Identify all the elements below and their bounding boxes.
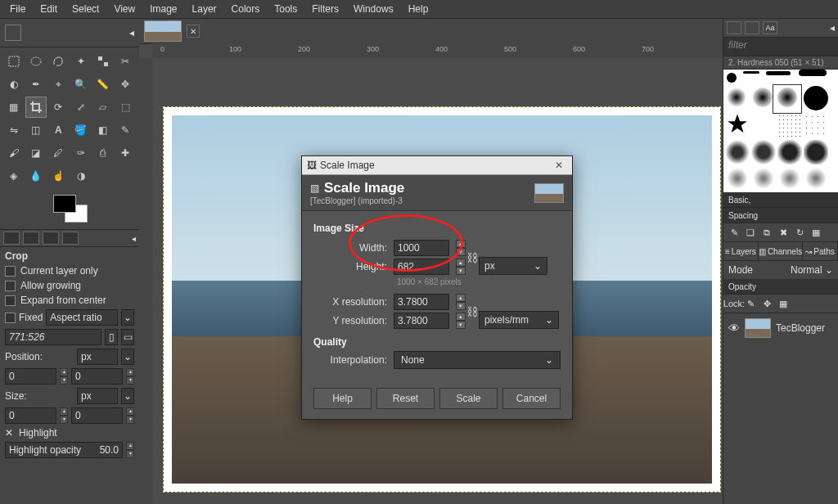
cancel-button[interactable]: Cancel bbox=[502, 388, 561, 409]
open-as-image-icon[interactable]: ▦ bbox=[810, 227, 822, 238]
chevron-down-icon[interactable]: ⌄ bbox=[121, 309, 134, 326]
tool-blur[interactable]: 💧 bbox=[25, 165, 46, 187]
menu-image[interactable]: Image bbox=[143, 1, 183, 17]
spin-up-icon[interactable]: ▴ bbox=[60, 407, 68, 416]
dock-tab-fonts-icon[interactable]: Aa bbox=[763, 21, 777, 34]
tool-paths[interactable]: ✒ bbox=[25, 74, 46, 95]
highlight-opacity-input[interactable]: Highlight opacity 50.0 bbox=[5, 442, 123, 458]
brush-filter-input[interactable]: filter bbox=[723, 38, 838, 56]
tool-airbrush[interactable]: 🖊 bbox=[48, 142, 69, 164]
size-unit-select[interactable]: px bbox=[77, 388, 118, 404]
visibility-eye-icon[interactable]: 👁 bbox=[728, 322, 740, 335]
dock-tab-patterns-icon[interactable] bbox=[745, 21, 759, 34]
tool-perspective[interactable]: ⬚ bbox=[115, 97, 136, 118]
tool-rect-select[interactable] bbox=[3, 51, 24, 72]
tool-ink[interactable]: ✑ bbox=[70, 142, 91, 164]
menu-help[interactable]: Help bbox=[402, 1, 435, 17]
foreground-color[interactable] bbox=[53, 195, 76, 213]
spin-down-icon[interactable]: ▾ bbox=[126, 450, 134, 458]
delete-brush-icon[interactable]: ✖ bbox=[777, 227, 789, 238]
pos-y-input[interactable]: 0 bbox=[71, 368, 123, 385]
position-unit-select[interactable]: px bbox=[77, 349, 118, 365]
tool-dodge[interactable]: ◑ bbox=[70, 165, 91, 187]
spin-up-icon[interactable]: ▴ bbox=[126, 368, 134, 376]
link-chain-icon[interactable]: ⛓ bbox=[466, 295, 479, 328]
menu-layer[interactable]: Layer bbox=[186, 1, 223, 17]
tool-clone[interactable]: ⎙ bbox=[92, 142, 113, 164]
dialog-titlebar[interactable]: 🖼Scale Image ✕ bbox=[302, 156, 572, 175]
spin-down-icon[interactable]: ▾ bbox=[126, 416, 134, 424]
tool-eraser[interactable]: ◪ bbox=[25, 142, 46, 164]
spin-up-icon[interactable]: ▴ bbox=[126, 407, 134, 416]
pos-x-input[interactable]: 0 bbox=[5, 368, 56, 385]
res-unit-select[interactable]: pixels/mm⌄ bbox=[479, 311, 559, 329]
tab-channels[interactable]: ▥Channels bbox=[759, 242, 803, 260]
tab-device-status[interactable] bbox=[23, 232, 39, 245]
height-input[interactable]: 682 bbox=[394, 259, 449, 275]
fixed-mode-select[interactable]: Aspect ratio bbox=[46, 309, 118, 326]
tool-blend[interactable]: ◧ bbox=[92, 119, 113, 141]
tool-scissors[interactable]: ✂ bbox=[115, 51, 136, 72]
tool-by-color-select[interactable] bbox=[92, 51, 113, 72]
menu-select[interactable]: Select bbox=[65, 1, 106, 17]
tab-menu-icon[interactable]: ◂ bbox=[132, 234, 136, 243]
spin-down-icon[interactable]: ▾ bbox=[456, 267, 466, 275]
tab-paths[interactable]: ↝Paths bbox=[803, 242, 838, 260]
menu-colors[interactable]: Colors bbox=[225, 1, 267, 17]
checkbox-fixed[interactable] bbox=[5, 313, 16, 323]
spin-down-icon[interactable]: ▾ bbox=[126, 376, 134, 385]
tool-text[interactable]: A bbox=[48, 119, 69, 141]
checkbox-current-layer[interactable] bbox=[5, 266, 16, 277]
tab-close-button[interactable]: ✕ bbox=[187, 25, 200, 38]
width-input[interactable]: 1000 bbox=[394, 240, 449, 256]
tool-measure[interactable]: 📏 bbox=[92, 74, 113, 95]
dock-tab-brushes-icon[interactable] bbox=[727, 21, 741, 34]
size-unit-select[interactable]: px⌄ bbox=[479, 257, 547, 275]
tab-tool-options[interactable] bbox=[3, 232, 20, 245]
spin-up-icon[interactable]: ▴ bbox=[456, 313, 466, 321]
tool-paintbrush[interactable]: 🖌 bbox=[3, 142, 24, 164]
lock-alpha-icon[interactable]: ▦ bbox=[777, 298, 789, 309]
menu-windows[interactable]: Windows bbox=[347, 1, 400, 17]
dock-menu-icon[interactable]: ◂ bbox=[830, 22, 835, 34]
spin-down-icon[interactable]: ▾ bbox=[60, 416, 68, 424]
tool-color-picker[interactable]: ⌖ bbox=[48, 74, 69, 95]
link-chain-icon[interactable]: ⛓ bbox=[466, 241, 479, 274]
lock-position-icon[interactable]: ✥ bbox=[761, 298, 773, 309]
spin-down-icon[interactable]: ▾ bbox=[60, 376, 68, 385]
menu-file[interactable]: File bbox=[3, 1, 32, 17]
tool-ellipse-select[interactable] bbox=[25, 51, 46, 72]
spin-up-icon[interactable]: ▴ bbox=[126, 442, 134, 450]
tool-fuzzy-select[interactable]: ✦ bbox=[70, 51, 91, 72]
spin-up-icon[interactable]: ▴ bbox=[456, 259, 466, 267]
edit-brush-icon[interactable]: ✎ bbox=[728, 227, 740, 238]
tool-align[interactable]: ▦ bbox=[3, 97, 24, 118]
reset-button[interactable]: Reset bbox=[376, 388, 435, 409]
menu-filters[interactable]: Filters bbox=[305, 1, 345, 17]
new-brush-icon[interactable]: ❏ bbox=[745, 227, 756, 238]
checkbox-expand-center[interactable] bbox=[5, 295, 16, 306]
tab-undo-history[interactable] bbox=[43, 232, 59, 245]
dock-menu-icon[interactable]: ◂ bbox=[129, 27, 134, 38]
refresh-brush-icon[interactable]: ↻ bbox=[794, 227, 805, 238]
fixed-value-input[interactable]: 771:526 bbox=[5, 329, 101, 345]
tool-move[interactable]: ✥ bbox=[115, 74, 136, 95]
tool-shear[interactable]: ▱ bbox=[92, 97, 113, 118]
chevron-down-icon[interactable]: ⌄ bbox=[121, 388, 134, 404]
tool-bucket-fill[interactable]: 🪣 bbox=[70, 119, 91, 141]
help-button[interactable]: Help bbox=[313, 388, 372, 409]
tool-smudge[interactable]: ☝ bbox=[48, 165, 69, 187]
menu-tools[interactable]: Tools bbox=[268, 1, 304, 17]
mode-select[interactable]: Normal ⌄ bbox=[791, 264, 833, 276]
tool-pencil[interactable]: ✎ bbox=[115, 119, 136, 141]
chevron-down-icon[interactable]: ⌄ bbox=[121, 349, 134, 365]
tool-free-select[interactable] bbox=[48, 51, 69, 72]
opacity-slider[interactable]: Opacity bbox=[723, 279, 838, 295]
spin-down-icon[interactable]: ▾ bbox=[456, 248, 466, 256]
layer-row[interactable]: 👁 TecBlogger bbox=[723, 313, 838, 343]
image-tab-thumbnail[interactable] bbox=[144, 20, 182, 42]
toolbox-tab-icon[interactable] bbox=[5, 25, 21, 41]
brush-grid[interactable] bbox=[723, 70, 838, 192]
checkbox-allow-growing[interactable] bbox=[5, 281, 16, 291]
spin-up-icon[interactable]: ▴ bbox=[456, 294, 466, 302]
